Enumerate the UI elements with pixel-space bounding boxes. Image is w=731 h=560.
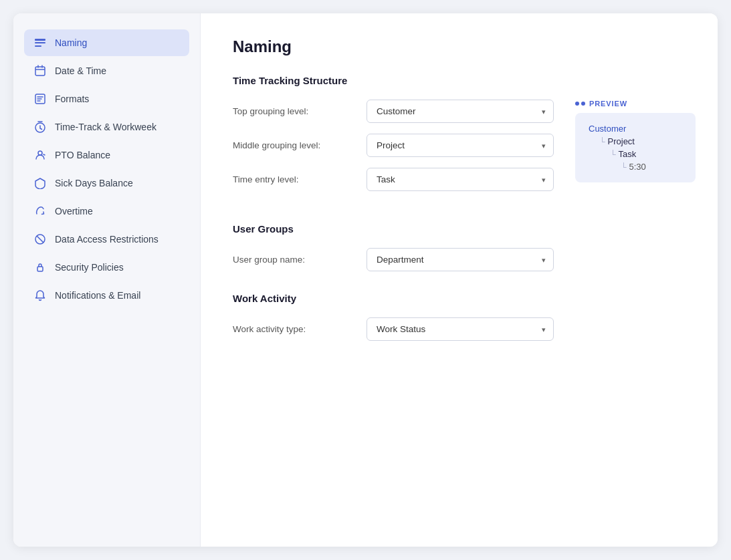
preview-dot-2	[581, 102, 585, 106]
main-content: Naming Time Tracking Structure Top group…	[201, 13, 718, 547]
security-icon	[33, 261, 47, 274]
sidebar-item-date-time[interactable]: Date & Time	[24, 57, 189, 84]
sidebar-item-pto-balance-label: PTO Balance	[55, 150, 110, 160]
sidebar-item-overtime-label: Overtime	[55, 206, 93, 217]
sick-days-icon	[33, 176, 47, 190]
middle-group-row: Middle grouping level: Project Customer …	[233, 134, 554, 157]
pto-balance-icon	[33, 148, 47, 162]
app-container: NamingDate & TimeFormatsTime-Track & Wor…	[13, 13, 718, 547]
sidebar-item-data-access[interactable]: Data Access Restrictions	[24, 226, 189, 253]
top-group-select[interactable]: Customer Project Task Department	[367, 100, 554, 123]
work-activity-type-label: Work activity type:	[233, 324, 367, 334]
time-entry-select[interactable]: Task Project Customer	[367, 168, 554, 191]
sidebar-item-sick-days-label: Sick Days Balance	[55, 178, 133, 188]
tree-time-value: 5:30	[629, 162, 646, 172]
tree-task: └ Task	[589, 149, 682, 159]
tree-connector-1: └	[599, 137, 605, 146]
sidebar-item-sick-days[interactable]: Sick Days Balance	[24, 170, 189, 196]
time-entry-label: Time entry level:	[233, 174, 367, 184]
tree-time: └ 5:30	[589, 162, 682, 172]
preview-panel: PREVIEW Customer └ Project └ Task	[575, 100, 696, 182]
user-group-select-wrapper: Department Team Role ▾	[367, 248, 554, 271]
svg-rect-1	[35, 42, 45, 43]
tree-project-label: Project	[608, 136, 635, 146]
formats-icon	[33, 92, 47, 106]
sidebar-item-formats[interactable]: Formats	[24, 86, 189, 112]
work-activity-type-row: Work activity type: Work Status Activity…	[233, 317, 696, 341]
date-time-icon	[33, 64, 47, 78]
middle-group-select[interactable]: Project Customer Task Department	[367, 134, 554, 157]
sidebar: NamingDate & TimeFormatsTime-Track & Wor…	[13, 13, 201, 547]
svg-point-6	[38, 151, 42, 155]
time-tracking-section: Time Tracking Structure Top grouping lev…	[233, 75, 696, 202]
sidebar-item-time-track[interactable]: Time-Track & Workweek	[24, 114, 189, 140]
sidebar-item-security[interactable]: Security Policies	[24, 254, 189, 281]
preview-box: Customer └ Project └ Task └ 5	[575, 113, 696, 182]
time-track-icon	[33, 120, 47, 134]
work-activity-select-wrapper: Work Status Activity Project ▾	[367, 317, 554, 341]
preview-dot-1	[575, 102, 579, 106]
sidebar-item-naming[interactable]: Naming	[24, 29, 189, 56]
user-group-name-row: User group name: Department Team Role ▾	[233, 248, 696, 271]
page-title: Naming	[233, 37, 696, 56]
time-tracking-title: Time Tracking Structure	[233, 75, 696, 86]
time-tracking-area: Top grouping level: Customer Project Tas…	[233, 100, 696, 202]
overtime-icon	[33, 204, 47, 218]
top-group-row: Top grouping level: Customer Project Tas…	[233, 100, 554, 123]
preview-dots	[575, 102, 585, 106]
work-activity-section: Work Activity Work activity type: Work S…	[233, 293, 696, 341]
sidebar-item-time-track-label: Time-Track & Workweek	[55, 122, 156, 132]
sidebar-item-pto-balance[interactable]: PTO Balance	[24, 142, 189, 168]
middle-group-label: Middle grouping level:	[233, 140, 367, 150]
sidebar-item-notifications[interactable]: Notifications & Email	[24, 282, 189, 309]
sidebar-item-overtime[interactable]: Overtime	[24, 198, 189, 225]
preview-label: PREVIEW	[575, 100, 696, 108]
user-group-name-label: User group name:	[233, 255, 367, 265]
middle-group-select-wrapper: Project Customer Task Department ▾	[367, 134, 554, 157]
time-tracking-fields: Top grouping level: Customer Project Tas…	[233, 100, 554, 202]
sidebar-item-notifications-label: Notifications & Email	[55, 290, 140, 301]
top-group-label: Top grouping level:	[233, 106, 367, 116]
user-group-name-select[interactable]: Department Team Role	[367, 248, 554, 271]
top-group-select-wrapper: Customer Project Task Department ▾	[367, 100, 554, 123]
work-activity-type-select[interactable]: Work Status Activity Project	[367, 317, 554, 341]
tree-project: └ Project	[589, 136, 682, 146]
svg-rect-8	[37, 267, 43, 271]
sidebar-item-formats-label: Formats	[55, 94, 89, 104]
sidebar-item-data-access-label: Data Access Restrictions	[55, 234, 159, 245]
user-groups-title: User Groups	[233, 223, 696, 235]
work-activity-title: Work Activity	[233, 293, 696, 304]
time-entry-select-wrapper: Task Project Customer ▾	[367, 168, 554, 191]
preview-text: PREVIEW	[589, 100, 627, 108]
user-groups-section: User Groups User group name: Department …	[233, 223, 696, 271]
tree-connector-2: └	[610, 150, 616, 159]
naming-icon	[33, 36, 47, 49]
sidebar-item-security-label: Security Policies	[55, 262, 124, 273]
preview-tree: Customer └ Project └ Task └ 5	[589, 124, 682, 172]
svg-rect-0	[35, 39, 45, 41]
time-entry-row: Time entry level: Task Project Customer …	[233, 168, 554, 191]
tree-customer: Customer	[589, 124, 682, 134]
sidebar-item-date-time-label: Date & Time	[55, 65, 106, 76]
tree-task-label: Task	[619, 149, 637, 159]
svg-rect-3	[35, 67, 45, 76]
svg-rect-2	[35, 45, 41, 47]
data-access-icon	[33, 233, 47, 246]
notifications-icon	[33, 289, 47, 302]
sidebar-item-naming-label: Naming	[55, 37, 87, 48]
tree-connector-3: └	[621, 162, 627, 172]
